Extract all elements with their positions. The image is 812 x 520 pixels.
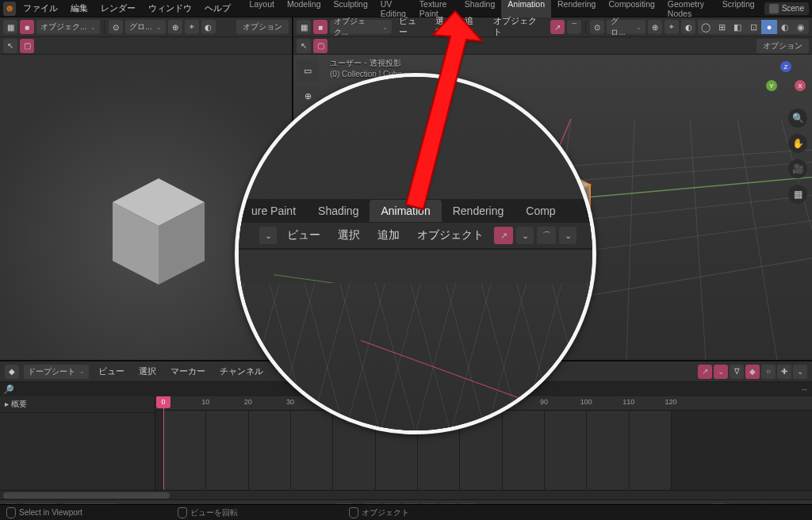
right-sub-header: ↖ ▢ オプション xyxy=(293,37,812,55)
mag-tab-compositing: Comp xyxy=(515,200,566,222)
timeline-scrollbar[interactable] xyxy=(0,490,812,499)
more-dropdown-icon[interactable]: ⌄ xyxy=(793,365,807,379)
dopesheet-editor-icon[interactable]: ◆ xyxy=(5,365,19,379)
playhead-handle[interactable]: 0 xyxy=(156,396,170,408)
mode-icon[interactable]: ■ xyxy=(20,20,34,34)
menu-object[interactable]: オブジェクト xyxy=(488,16,548,38)
menu-file[interactable]: ファイル xyxy=(17,0,63,17)
options-dropdown-left[interactable]: オプション xyxy=(236,20,289,34)
dopesheet-search-input[interactable] xyxy=(17,385,113,394)
axis-z-icon[interactable]: Z xyxy=(780,61,791,72)
mouse-right-icon xyxy=(349,507,358,518)
mag-tool-header: ⌄ ビュー 選択 追加 オブジェクト ↗ ⌄ ⌒ ⌄ xyxy=(239,223,592,248)
viewport-side-icons: 🔍 ✋ 🎥 ▦ xyxy=(788,109,807,204)
overlay-group: ◯ ⊞ ◧ ⊡ ● ◐ ◉ xyxy=(698,20,809,34)
select-tool-icon[interactable]: ▢ xyxy=(20,39,34,53)
perspective-icon[interactable]: ▦ xyxy=(788,185,807,204)
xray-icon[interactable]: ◧ xyxy=(730,20,745,34)
channel-list[interactable]: ▸ 概要 xyxy=(0,396,155,490)
shade-render-icon[interactable]: ◉ xyxy=(793,20,809,34)
svg-line-13 xyxy=(626,119,634,360)
menu-add[interactable]: 追加 xyxy=(460,16,486,38)
snap-toggle-icon[interactable]: ⊙ xyxy=(109,20,123,34)
vp-info-line1: ユーザー・透視投影 xyxy=(330,58,402,69)
overlay-toggle-icon[interactable]: ◯ xyxy=(698,20,714,34)
mode-dropdown-left[interactable]: オブジェク... xyxy=(36,20,100,34)
axis-y-icon[interactable]: Y xyxy=(766,80,777,91)
dopesheet-mode-dropdown[interactable]: ドープシート xyxy=(24,365,89,379)
mag-menu-view: ビュー xyxy=(280,228,327,243)
filter-hidden-icon[interactable]: ⌄ xyxy=(714,365,728,379)
zoom-icon[interactable]: 🔍 xyxy=(788,109,807,128)
axis-x-icon[interactable]: X xyxy=(795,80,806,91)
tick-label: 30 xyxy=(286,398,294,406)
propedit-icon[interactable]: ◐ xyxy=(681,20,695,34)
orientation-dropdown-right[interactable]: グロ... xyxy=(607,20,645,34)
mode-dropdown-right[interactable]: オブジェク... xyxy=(330,20,392,34)
mag-workspace-tabs: ure Paint Shading Animation Rendering Co… xyxy=(239,199,592,223)
scroll-handle[interactable] xyxy=(3,492,170,499)
menu-help[interactable]: ヘルプ xyxy=(199,0,236,17)
search-icon: 🔎 xyxy=(3,384,14,395)
tick-label: 90 xyxy=(540,398,548,406)
mag-chevron-down-icon: ⌄ xyxy=(259,227,277,244)
gizmo-toggle-icon[interactable]: ⊞ xyxy=(714,20,730,34)
dope-menu-view[interactable]: ビュー xyxy=(94,366,129,377)
snap-toggle-icon[interactable]: ⊙ xyxy=(590,20,604,34)
top-menu-bar: ⊚ ファイル 編集 レンダー ウィンドウ ヘルプ Layout Modeling… xyxy=(0,0,812,17)
propedit-icon[interactable]: ◐ xyxy=(201,20,216,34)
pan-icon[interactable]: ✋ xyxy=(788,134,807,153)
mag-tab-animation: Animation xyxy=(370,200,441,222)
search-arrows-icon[interactable]: ↔ xyxy=(800,384,809,394)
shade-wire-icon[interactable]: ⊡ xyxy=(745,20,761,34)
dope-menu-channel[interactable]: チャンネル xyxy=(215,366,268,377)
summary-row[interactable]: ▸ 概要 xyxy=(0,396,155,413)
magnifier-callout: ure Paint Shading Animation Rendering Co… xyxy=(235,73,596,434)
nav-gizmo[interactable]: Z Y X xyxy=(766,61,806,101)
autosnap-icon[interactable]: ✚ xyxy=(777,365,791,379)
svg-line-14 xyxy=(690,119,706,360)
cursor-tool-icon[interactable]: ↖ xyxy=(3,39,17,53)
menu-render[interactable]: レンダー xyxy=(95,0,141,17)
tool-indicator-icon[interactable]: ↗ xyxy=(550,20,565,34)
scene-selector[interactable]: Scene xyxy=(764,2,809,15)
cursor-tool-icon[interactable]: ↖ xyxy=(297,39,311,53)
mag-menu-object: オブジェクト xyxy=(410,228,491,243)
options-dropdown-right[interactable]: オプション xyxy=(756,39,809,53)
timeline-gridlines xyxy=(155,411,812,490)
pivot-icon[interactable]: ⊕ xyxy=(648,20,662,34)
status-bar: Select in Viewport ビューを回転 オブジェクト xyxy=(0,504,812,520)
playhead[interactable]: 0 xyxy=(163,396,164,490)
select-tool-icon[interactable]: ▢ xyxy=(313,39,327,53)
mode-icon[interactable]: ■ xyxy=(313,20,327,34)
snap-icon[interactable]: ⌖ xyxy=(665,20,679,34)
menu-window[interactable]: ウィンドウ xyxy=(143,0,197,17)
mouse-left-icon xyxy=(6,507,16,518)
status-item-1: Select in Viewport xyxy=(19,508,82,517)
tool-extra-icon[interactable]: ⌒ xyxy=(567,20,581,34)
tick-label: 20 xyxy=(244,398,252,406)
propedit-icon[interactable]: ○ xyxy=(761,365,776,379)
tool-select-box-icon[interactable]: ▭ xyxy=(297,59,319,82)
orientation-dropdown-left[interactable]: グロ... xyxy=(125,20,165,34)
mag-menu-add: 追加 xyxy=(370,228,407,243)
dope-menu-marker[interactable]: マーカー xyxy=(166,366,210,377)
left-tool-header: ▦ ■ オブジェク... ⊙ グロ... ⊕ ⌖ ◐ オプション xyxy=(0,17,292,37)
filter-errors-icon[interactable]: ∇ xyxy=(730,365,744,379)
menu-select[interactable]: 選択 xyxy=(431,16,457,38)
menu-edit[interactable]: 編集 xyxy=(65,0,94,17)
snap-icon[interactable]: ⌖ xyxy=(185,20,199,34)
dope-menu-select[interactable]: 選択 xyxy=(134,366,161,377)
pivot-icon[interactable]: ⊕ xyxy=(168,20,182,34)
mag-tab-texpaint: ure Paint xyxy=(240,200,307,222)
shade-matprev-icon[interactable]: ◐ xyxy=(777,20,793,34)
shade-solid-icon[interactable]: ● xyxy=(761,20,777,34)
scene-icon xyxy=(769,4,779,13)
filter-selected-icon[interactable]: ↗ xyxy=(698,365,712,379)
blender-logo-icon[interactable]: ⊚ xyxy=(3,2,16,16)
editor-type-icon[interactable]: ▦ xyxy=(297,20,311,34)
filter-type-icon[interactable]: ◆ xyxy=(745,365,760,379)
camera-view-icon[interactable]: 🎥 xyxy=(788,159,807,178)
menu-view[interactable]: ビュー xyxy=(394,16,429,38)
editor-type-icon[interactable]: ▦ xyxy=(3,20,17,34)
